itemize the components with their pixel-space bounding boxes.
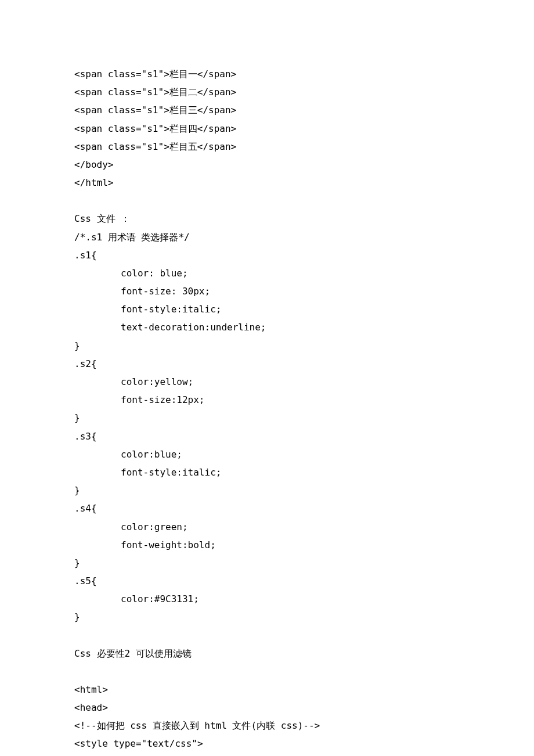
code-line: color:yellow;: [74, 373, 457, 391]
code-line: <span class="s1">栏目三</span>: [74, 101, 457, 119]
code-line: </body>: [74, 156, 457, 174]
blank-line: [74, 192, 457, 210]
code-line: <span class="s1">栏目一</span>: [74, 65, 457, 83]
text-line: Css 文件 ：: [74, 210, 457, 228]
code-line: color:blue;: [74, 445, 457, 463]
document-page: <span class="s1">栏目一</span> <span class=…: [0, 0, 457, 753]
code-line: }: [74, 409, 457, 427]
code-line: color: blue;: [74, 264, 457, 282]
code-line: }: [74, 554, 457, 572]
blank-line: [74, 663, 457, 681]
code-line: }: [74, 608, 457, 626]
code-line: <span class="s1">栏目五</span>: [74, 138, 457, 156]
code-line: <head>: [74, 699, 457, 717]
code-line: .s1{: [74, 246, 457, 264]
code-line: color:#9C3131;: [74, 590, 457, 608]
code-line: font-size:12px;: [74, 391, 457, 409]
code-line: font-size: 30px;: [74, 282, 457, 300]
code-line: font-style:italic;: [74, 300, 457, 318]
code-line: /*.s1 用术语 类选择器*/: [74, 228, 457, 246]
code-line: font-weight:bold;: [74, 536, 457, 554]
code-line: text-decoration:underline;: [74, 318, 457, 336]
code-line: <style type="text/css">: [74, 735, 457, 753]
code-line: .s2{: [74, 355, 457, 373]
code-line: .s4{: [74, 499, 457, 517]
code-line: .s3{: [74, 427, 457, 445]
code-line: <html>: [74, 681, 457, 699]
text-line: Css 必要性2 可以使用滤镜: [74, 645, 457, 663]
code-line: <span class="s1">栏目二</span>: [74, 83, 457, 101]
code-line: <span class="s1">栏目四</span>: [74, 120, 457, 138]
code-line: <!--如何把 css 直接嵌入到 html 文件(内联 css)-->: [74, 717, 457, 735]
code-line: .s5{: [74, 572, 457, 590]
code-line: font-style:italic;: [74, 463, 457, 481]
code-line: color:green;: [74, 518, 457, 536]
code-line: }: [74, 481, 457, 499]
code-line: </html>: [74, 174, 457, 192]
code-line: }: [74, 337, 457, 355]
blank-line: [74, 627, 457, 645]
